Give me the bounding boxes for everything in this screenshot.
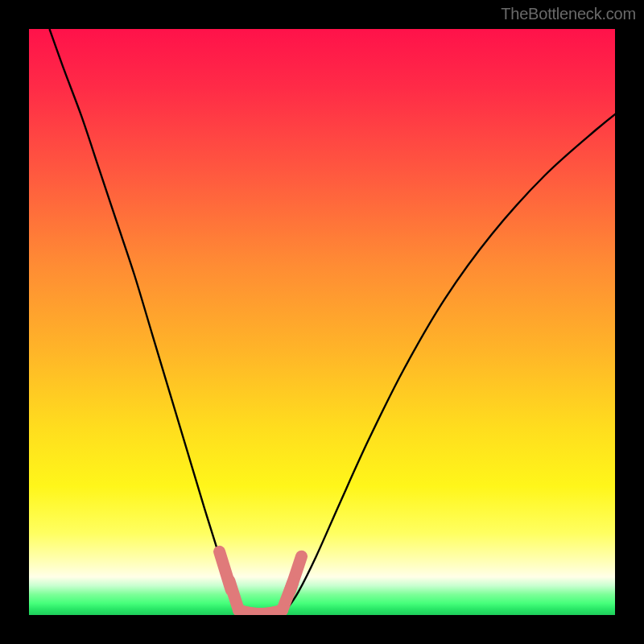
chart-frame: TheBottleneck.com — [0, 0, 644, 644]
watermark-text: TheBottleneck.com — [501, 5, 636, 23]
plot-area — [29, 29, 615, 615]
chart-svg — [29, 29, 615, 615]
